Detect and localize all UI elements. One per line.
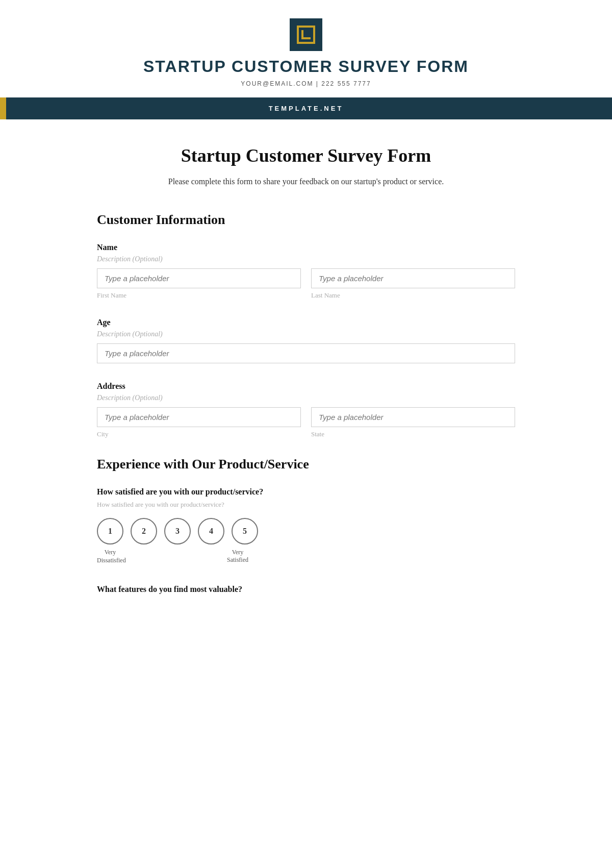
rating-labels-row: VeryDissatisfied Very Satisfied (97, 549, 515, 564)
field-label-name: Name (97, 243, 515, 252)
section-heading-experience: Experience with Our Product/Service (97, 457, 515, 472)
logo-icon (297, 26, 315, 44)
field-group-name: Name Description (Optional) First Name L… (97, 243, 515, 300)
state-label: State (311, 430, 515, 438)
field-row-address: City State (97, 407, 515, 438)
field-group-features: What features do you find most valuable? (97, 585, 515, 594)
banner-text: TEMPLATE.NET (269, 105, 344, 112)
field-description-name: Description (Optional) (97, 255, 515, 263)
rating-5[interactable]: 5 (232, 518, 258, 544)
field-row-name: First Name Last Name (97, 268, 515, 300)
header-contact: YOUR@EMAIL.COM | 222 555 7777 (10, 80, 602, 87)
rating-1[interactable]: 1 (97, 518, 123, 544)
first-name-label: First Name (97, 291, 301, 300)
field-label-age: Age (97, 318, 515, 327)
city-label: City (97, 430, 301, 438)
field-col-lastname: Last Name (311, 268, 515, 300)
state-input[interactable] (311, 407, 515, 427)
satisfaction-description: How satisfied are you with our product/s… (97, 501, 515, 509)
rating-3[interactable]: 3 (164, 518, 191, 544)
city-input[interactable] (97, 407, 301, 427)
field-group-satisfaction: How satisfied are you with our product/s… (97, 487, 515, 564)
last-name-input[interactable] (311, 268, 515, 288)
field-col-firstname: First Name (97, 268, 301, 300)
field-description-age: Description (Optional) (97, 330, 515, 338)
features-label: What features do you find most valuable? (97, 585, 515, 594)
rating-label-low: VeryDissatisfied (97, 549, 123, 564)
field-label-address: Address (97, 382, 515, 391)
header-title: STARTUP CUSTOMER SURVEY FORM (10, 57, 602, 76)
rating-circles: 1 2 3 4 5 (97, 518, 515, 544)
field-col-city: City (97, 407, 301, 438)
rating-2[interactable]: 2 (131, 518, 157, 544)
last-name-label: Last Name (311, 291, 515, 300)
age-input[interactable] (97, 343, 515, 363)
field-group-address: Address Description (Optional) City Stat… (97, 382, 515, 438)
field-group-age: Age Description (Optional) (97, 318, 515, 363)
main-content: Startup Customer Survey Form Please comp… (76, 119, 536, 643)
rating-scale: 1 2 3 4 5 VeryDissatisfied Very Satisfie… (97, 518, 515, 564)
page-header: STARTUP CUSTOMER SURVEY FORM YOUR@EMAIL.… (0, 0, 612, 87)
form-title: Startup Customer Survey Form (97, 145, 515, 166)
logo (290, 18, 322, 51)
satisfaction-label: How satisfied are you with our product/s… (97, 487, 515, 497)
banner: TEMPLATE.NET (0, 97, 612, 119)
field-col-state: State (311, 407, 515, 438)
rating-4[interactable]: 4 (198, 518, 224, 544)
first-name-input[interactable] (97, 268, 301, 288)
form-description: Please complete this form to share your … (97, 176, 515, 188)
rating-label-high: Very Satisfied (224, 549, 251, 564)
field-description-address: Description (Optional) (97, 394, 515, 402)
section-heading-customer-info: Customer Information (97, 212, 515, 228)
